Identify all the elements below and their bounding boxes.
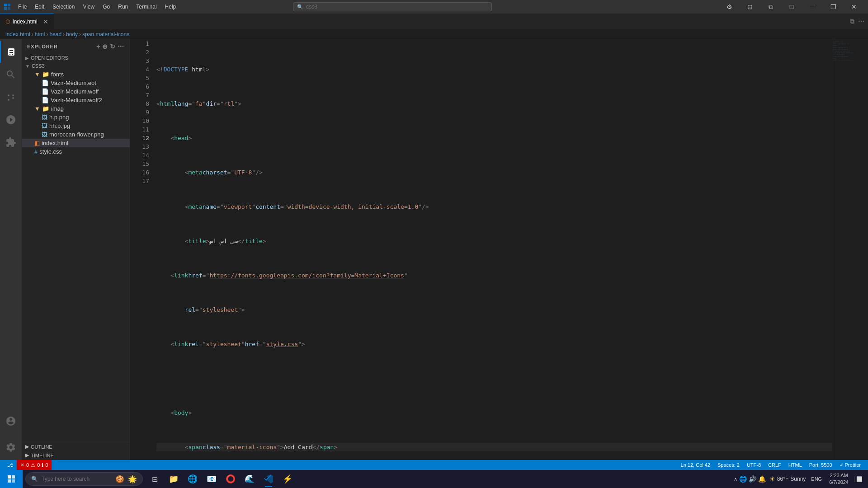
git-branch[interactable]: ⎇ [4,462,17,468]
style-css-file[interactable]: # style.css [22,147,130,156]
refresh-icon[interactable]: ↻ [110,43,116,50]
explorer-content: ▶ OPEN EDITORS ▼ CSS3 ▼ 📁 fonts 📄 Vazir-… [22,54,130,442]
index-html-file[interactable]: ◧ index.html [22,139,130,147]
maximize-icon[interactable]: □ [781,0,802,14]
title-search-bar[interactable]: 🔍 [293,2,492,11]
open-editors-section[interactable]: ▶ OPEN EDITORS [22,54,130,62]
indentation[interactable]: Spaces: 2 [714,462,743,468]
source-control-icon[interactable] [0,86,22,108]
vazir-woff2-file[interactable]: 📄 Vazir-Medium.woff2 [22,96,130,104]
prettier-indicator[interactable]: ✓ Prettier [836,462,864,468]
breadcrumb-span[interactable]: span.material-icons [82,31,129,38]
breadcrumb-html[interactable]: html [35,31,45,38]
layout-icon[interactable]: ⊟ [740,0,760,14]
taskview-button[interactable]: ⊟ [146,470,164,488]
split-editor-icon[interactable]: ⧉ [850,18,854,25]
settings-activity-icon[interactable] [0,436,22,458]
start-button[interactable] [0,470,23,488]
tab-empty-area[interactable] [54,14,846,29]
line-num-13: 13 [134,142,149,151]
menu-selection[interactable]: Selection [49,3,78,11]
code-content[interactable]: <!DOCTYPE html> <html lang="fa" dir="rtl… [153,39,832,460]
more-actions-icon[interactable]: ⋯ [858,18,864,25]
tray-volume-icon[interactable]: 🔊 [749,475,756,483]
port-indicator[interactable]: Port: 5500 [806,462,836,468]
taskbar-decoration2: 🌟 [128,475,137,483]
line-num-9: 9 [134,108,149,117]
hpng-file[interactable]: 🖼 h.p.png [22,113,130,122]
extra-app-taskbar[interactable]: ⚡ [278,470,297,488]
imag-folder[interactable]: ▼ 📁 imag [22,104,130,113]
search-activity-icon[interactable] [0,64,22,85]
breadcrumb-sep1: › [32,31,33,38]
minimap[interactable]: DOCTYPE html html lang fa dir rtl head m… [832,39,868,460]
explorer-icon[interactable] [0,41,22,63]
chrome-taskbar[interactable]: 🌊 [241,470,259,488]
tray-battery-icon[interactable]: 🔔 [758,475,766,483]
tab-index-html[interactable]: ⬡ index.html ✕ [0,14,54,29]
tab-icon: ⬡ [5,19,10,25]
file-explorer-taskbar[interactable]: 📁 [165,470,183,488]
timeline-section[interactable]: ▶ TIMELINE [22,451,130,460]
breadcrumb-index-html[interactable]: index.html [5,31,30,38]
breadcrumb-head[interactable]: head [49,31,61,38]
cursor-position[interactable]: Ln 12, Col 42 [677,462,714,468]
close-button[interactable]: ✕ [844,0,864,14]
taskbar-search-input[interactable] [42,476,112,482]
weather-temp[interactable]: ☀ 86°F Sunny [768,475,808,483]
tab-close-button[interactable]: ✕ [43,18,48,25]
menu-go[interactable]: Go [99,3,113,11]
outline-section[interactable]: ▶ OUTLINE [22,442,130,451]
errors-warnings[interactable]: ✕ 0 ⚠ 0 ℹ 0 [17,460,52,470]
mail-taskbar[interactable]: 📧 [203,470,221,488]
menu-run[interactable]: Run [114,3,132,11]
line-ending[interactable]: CRLF [764,462,785,468]
more-explorer-actions-icon[interactable]: ⋯ [118,43,124,50]
opera-browser-taskbar[interactable]: ⭕ [222,470,240,488]
account-icon[interactable] [0,410,22,432]
title-search-input[interactable] [306,4,488,10]
vscode-taskbar[interactable] [259,470,278,488]
show-desktop-button[interactable]: ⬜ [854,476,864,482]
tray-network-icon[interactable]: 🌐 [739,475,747,483]
menu-view[interactable]: View [79,3,98,11]
prettier-label: Prettier [845,462,861,468]
fonts-folder[interactable]: ▼ 📁 fonts [22,70,130,79]
menu-edit[interactable]: Edit [31,3,48,11]
new-folder-icon[interactable]: ⊕ [102,43,108,50]
extensions-icon[interactable] [0,131,22,153]
split-icon[interactable]: ⧉ [760,0,781,14]
menu-help[interactable]: Help [161,3,180,11]
file-explorer: EXPLORER + ⊕ ↻ ⋯ ▶ OPEN EDITORS ▼ CSS3 [22,39,130,460]
language-mode[interactable]: HTML [785,462,806,468]
breadcrumb-body[interactable]: body [66,31,78,38]
new-file-icon[interactable]: + [96,43,100,50]
minimize-button[interactable]: ─ [802,0,823,14]
activity-bar [0,39,22,460]
window-controls: ⚙ ⊟ ⧉ □ ─ ❐ ✕ [719,0,864,14]
tray-up-arrow[interactable]: ∧ [734,476,737,482]
menu-terminal[interactable]: Terminal [132,3,160,11]
tray-lang[interactable]: ENG [809,476,824,482]
temp-label: 86°F [777,476,788,482]
vazir-woff-file[interactable]: 📄 Vazir-Medium.woff [22,87,130,96]
status-left: ⎇ ✕ 0 ⚠ 0 ℹ 0 [4,460,52,470]
vazir-eot-file[interactable]: 📄 Vazir-Medium.eot [22,79,130,87]
menu-file[interactable]: File [14,3,30,11]
timeline-label: TIMELINE [31,453,54,458]
code-editor[interactable]: 1 2 3 4 5 6 7 8 9 10 11 12 13 14 15 16 1 [130,39,868,460]
tray-clock[interactable]: 2:23 AM 6/7/2024 [826,472,852,486]
svg-rect-6 [8,479,11,483]
run-debug-icon[interactable] [0,109,22,131]
encoding[interactable]: UTF-8 [743,462,764,468]
vazir-woff-label: Vazir-Medium.woff [51,88,99,95]
settings-icon[interactable]: ⚙ [719,0,740,14]
restore-button[interactable]: ❐ [823,0,844,14]
hhjpg-file[interactable]: 🖼 hh.p.jpg [22,122,130,130]
taskbar-search[interactable]: 🔍 🍪 🌟 [25,472,143,486]
moroccan-file[interactable]: 🖼 moroccan-flower.png [22,130,130,139]
edge-browser-taskbar[interactable]: 🌐 [184,470,202,488]
css3-section[interactable]: ▼ CSS3 [22,62,130,70]
tab-label: index.html [13,19,38,25]
moroccan-label: moroccan-flower.png [49,131,104,138]
